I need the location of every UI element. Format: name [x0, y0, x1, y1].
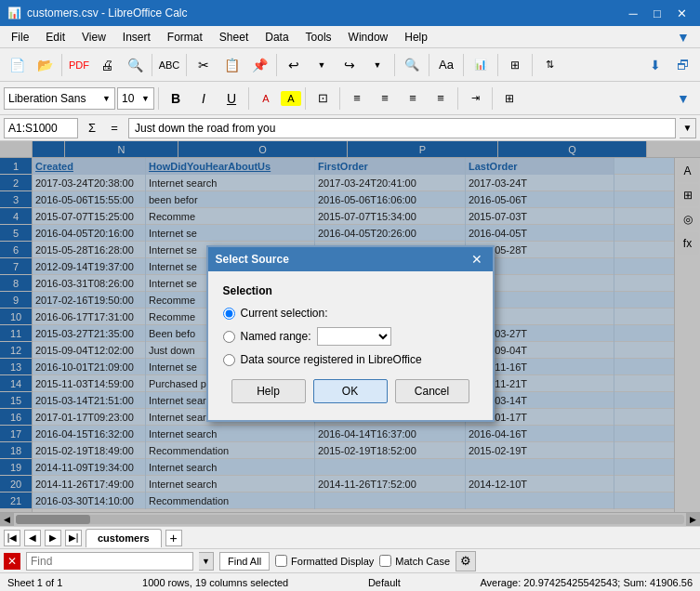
find-close-button[interactable]: ✕	[4, 553, 20, 570]
insert-chart-button[interactable]: 📊	[468, 52, 494, 78]
formula-dropdown-arrow[interactable]: ▼	[680, 118, 696, 138]
undo-dropdown[interactable]: ▼	[309, 52, 335, 78]
paste-button[interactable]: 📌	[246, 52, 272, 78]
maximize-button[interactable]: □	[646, 4, 668, 22]
sheet-nav-prev[interactable]: ◀	[24, 530, 41, 546]
open-button[interactable]: 📂	[32, 52, 58, 78]
add-sheet-button[interactable]: +	[165, 530, 182, 546]
dialog-cancel-button[interactable]: Cancel	[395, 379, 469, 403]
formula-equal-button[interactable]: =	[104, 118, 125, 138]
app-icon: 📊	[7, 7, 21, 20]
cell-reference-box[interactable]: A1:S1000	[4, 118, 78, 138]
sheet-tab-customers[interactable]: customers	[86, 529, 162, 547]
dialog-title: Select Source	[216, 253, 289, 266]
spellcheck-button[interactable]: ABC	[156, 52, 182, 78]
sheet-nav-first[interactable]: |◀	[4, 530, 20, 546]
radio-named-input[interactable]	[223, 331, 235, 343]
merge-cells-button[interactable]: ⊞	[496, 85, 522, 112]
align-left-button[interactable]: ≡	[344, 85, 370, 112]
menu-edit[interactable]: Edit	[38, 29, 73, 46]
match-case-checkbox[interactable]	[379, 555, 391, 567]
radio-datasource: Data source registered in LibreOffice	[223, 353, 478, 366]
cut-button[interactable]: ✂	[191, 52, 217, 78]
align-right-button[interactable]: ≡	[400, 85, 426, 112]
find-all-button[interactable]: Find All	[219, 552, 270, 571]
dialog-content: Selection Current selection: Named range…	[208, 271, 493, 420]
menu-insert[interactable]: Insert	[115, 29, 158, 46]
formula-sum-button[interactable]: Σ	[82, 118, 102, 138]
preview-button[interactable]: 🔍	[122, 52, 148, 78]
sort-asc-button[interactable]: ⇅	[536, 52, 562, 78]
radio-named-label[interactable]: Named range:	[241, 330, 311, 343]
sheet-nav-last[interactable]: ▶|	[65, 530, 82, 546]
radio-datasource-label[interactable]: Data source registered in LibreOffice	[241, 353, 422, 366]
justify-button[interactable]: ≡	[428, 85, 454, 112]
match-case-label[interactable]: Match Case	[395, 556, 450, 567]
border-button[interactable]: ⊡	[310, 85, 336, 112]
find-settings-button[interactable]: ⚙	[456, 551, 476, 571]
find-replace-button[interactable]: 🔍	[399, 52, 425, 78]
dialog-close-button[interactable]: ✕	[469, 251, 485, 268]
print-button[interactable]: 🖨	[94, 52, 120, 78]
sheet-tab-bar: |◀ ◀ ▶ ▶| customers +	[0, 526, 700, 548]
minimize-button[interactable]: ─	[622, 4, 644, 22]
menu-sheet[interactable]: Sheet	[212, 29, 256, 46]
bold-button[interactable]: B	[163, 85, 189, 112]
menu-window[interactable]: Window	[341, 29, 396, 46]
radio-named-range: Named range:	[223, 327, 478, 346]
font-color-button[interactable]: A	[253, 85, 279, 112]
formatted-display-label[interactable]: Formatted Display	[291, 556, 374, 567]
pdf-button[interactable]: PDF	[66, 52, 92, 78]
insert-table-button[interactable]: ⊞	[502, 52, 528, 78]
underline-button[interactable]: U	[218, 85, 244, 112]
formula-icons: Σ =	[82, 118, 125, 138]
dialog-titlebar: Select Source ✕	[208, 247, 493, 271]
redo-button[interactable]: ↪	[337, 52, 363, 78]
download-icon[interactable]: ⬇	[642, 52, 668, 78]
italic-button[interactable]: I	[191, 85, 217, 112]
match-case-group: Match Case	[379, 555, 450, 567]
dialog-help-button[interactable]: Help	[231, 379, 306, 403]
menu-format[interactable]: Format	[160, 29, 210, 46]
menu-data[interactable]: Data	[258, 29, 296, 46]
menu-file[interactable]: File	[4, 29, 36, 46]
align-center-button[interactable]: ≡	[372, 85, 398, 112]
redo-dropdown[interactable]: ▼	[364, 52, 390, 78]
radio-current-selection: Current selection:	[223, 307, 478, 320]
toolbar2-extra[interactable]: ▼	[670, 85, 696, 112]
highlight-button[interactable]: A	[281, 91, 301, 106]
radio-datasource-input[interactable]	[223, 354, 235, 366]
styles-button[interactable]: Aa	[433, 52, 459, 78]
font-selector[interactable]: Liberation Sans ▼	[4, 87, 115, 110]
named-range-dropdown[interactable]	[317, 327, 391, 346]
radio-current-input[interactable]	[223, 308, 235, 320]
copy-button[interactable]: 📋	[218, 52, 244, 78]
toolbar1: 📄 📂 PDF 🖨 🔍 ABC ✂ 📋 📌 ↩ ▼ ↪ ▼ 🔍 Aa 📊 ⊞ ⇅…	[0, 48, 700, 82]
wrap-text-button[interactable]: ⇥	[462, 85, 488, 112]
find-dropdown-arrow[interactable]: ▼	[199, 552, 214, 571]
sep9	[532, 54, 533, 76]
sheet-nav-next[interactable]: ▶	[45, 530, 61, 546]
dialog-ok-button[interactable]: OK	[313, 379, 388, 403]
dialog-buttons: Help OK Cancel	[223, 379, 478, 407]
toolbar-extra-button[interactable]: ▼	[670, 24, 696, 50]
menu-view[interactable]: View	[74, 29, 113, 46]
formatted-display-checkbox[interactable]	[275, 555, 287, 567]
sep4	[276, 54, 277, 76]
font-size-selector[interactable]: 10 ▼	[117, 87, 154, 110]
undo-button[interactable]: ↩	[281, 52, 307, 78]
dialog-overlay: Select Source ✕ Selection Current select…	[0, 141, 700, 526]
menu-help[interactable]: Help	[397, 29, 435, 46]
menu-tools[interactable]: Tools	[298, 29, 339, 46]
status-bar: Sheet 1 of 1 1000 rows, 19 columns selec…	[0, 572, 700, 591]
close-button[interactable]: ✕	[670, 4, 693, 22]
new-button[interactable]: 📄	[4, 52, 30, 78]
sep11	[248, 87, 249, 110]
formula-input[interactable]	[128, 118, 676, 138]
find-input[interactable]	[26, 552, 193, 571]
window-icon[interactable]: 🗗	[670, 52, 696, 78]
radio-current-label[interactable]: Current selection:	[241, 307, 328, 320]
toolbar2: Liberation Sans ▼ 10 ▼ B I U A A ⊡ ≡ ≡ ≡…	[0, 82, 700, 115]
style-status: Default	[368, 577, 401, 588]
window-title: customers.csv - LibreOffice Calc	[27, 7, 188, 20]
